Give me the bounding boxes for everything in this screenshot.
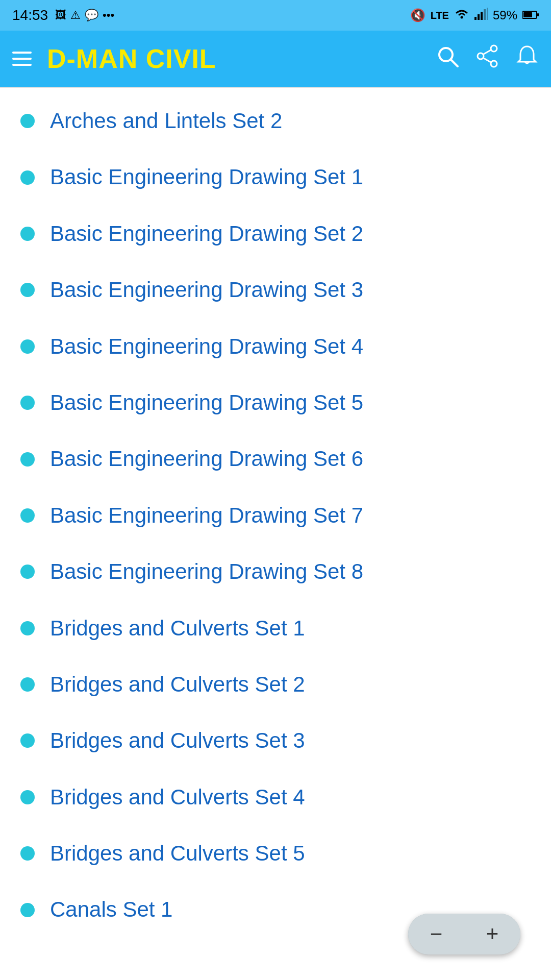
list-bullet xyxy=(20,846,35,861)
list-item[interactable]: Bridges and Culverts Set 5 xyxy=(0,825,551,881)
battery-text: 59% xyxy=(493,8,517,22)
list-item[interactable]: Basic Engineering Drawing Set 4 xyxy=(0,318,551,375)
svg-rect-5 xyxy=(487,8,488,20)
battery-icon xyxy=(522,8,539,22)
svg-rect-3 xyxy=(481,12,483,20)
svg-point-12 xyxy=(478,53,484,59)
list-item[interactable]: Basic Engineering Drawing Set 2 xyxy=(0,206,551,262)
status-left: 14:53 🖼 ⚠ 💬 ••• xyxy=(12,7,114,23)
list-item[interactable]: Basic Engineering Drawing Set 6 xyxy=(0,431,551,487)
list-item-label: Basic Engineering Drawing Set 4 xyxy=(50,334,363,359)
list-bullet xyxy=(20,733,35,748)
wifi-icon xyxy=(454,8,469,23)
list-item-label: Canals Set 1 xyxy=(50,897,172,922)
warning-icon: ⚠ xyxy=(70,9,81,22)
list-item-label: Bridges and Culverts Set 4 xyxy=(50,785,305,810)
list-item[interactable]: Basic Engineering Drawing Set 7 xyxy=(0,487,551,544)
list-bullet xyxy=(20,790,35,804)
image-icon: 🖼 xyxy=(55,9,66,22)
zoom-in-icon: + xyxy=(486,922,499,946)
zoom-out-button[interactable]: − xyxy=(408,914,464,954)
list-item-label: Arches and Lintels Set 2 xyxy=(50,108,282,134)
app-bar: D-MAN CIVIL xyxy=(0,31,551,87)
list-bullet xyxy=(20,565,35,579)
list-bullet xyxy=(20,621,35,635)
zoom-controls: − + xyxy=(408,914,520,954)
list-item[interactable]: Bridges and Culverts Set 2 xyxy=(0,656,551,713)
list-item-label: Basic Engineering Drawing Set 6 xyxy=(50,446,363,472)
list-item[interactable]: Bridges and Culverts Set 3 xyxy=(0,713,551,769)
list-item-label: Basic Engineering Drawing Set 7 xyxy=(50,503,363,528)
app-bar-actions xyxy=(436,44,539,73)
list-bullet xyxy=(20,114,35,128)
status-bar: 14:53 🖼 ⚠ 💬 ••• 🔇 LTE xyxy=(0,0,551,31)
svg-rect-4 xyxy=(484,9,486,20)
list-bullet xyxy=(20,508,35,523)
share-icon[interactable] xyxy=(475,44,499,73)
notification-icon[interactable] xyxy=(515,44,539,73)
list-bullet xyxy=(20,452,35,467)
list-bullet xyxy=(20,903,35,917)
list-item-label: Basic Engineering Drawing Set 2 xyxy=(50,221,363,247)
list-item-label: Bridges and Culverts Set 1 xyxy=(50,616,305,641)
list-bullet xyxy=(20,170,35,185)
status-time: 14:53 xyxy=(12,7,48,23)
more-icon: ••• xyxy=(103,9,114,22)
zoom-out-icon: − xyxy=(430,922,443,946)
list-item[interactable]: Bridges and Culverts Set 4 xyxy=(0,769,551,825)
list-bullet xyxy=(20,339,35,354)
list-bullet xyxy=(20,283,35,297)
svg-point-13 xyxy=(491,61,497,67)
app-title: D-MAN CIVIL xyxy=(47,43,420,74)
list-item[interactable]: Basic Engineering Drawing Set 5 xyxy=(0,375,551,431)
svg-rect-7 xyxy=(523,12,532,17)
list-item-label: Basic Engineering Drawing Set 5 xyxy=(50,390,363,415)
svg-rect-1 xyxy=(474,17,477,20)
svg-rect-8 xyxy=(537,13,539,16)
list-item[interactable]: Bridges and Culverts Set 1 xyxy=(0,600,551,656)
lte-icon: LTE xyxy=(431,10,449,21)
list-bullet xyxy=(20,396,35,410)
list-bullet xyxy=(20,227,35,241)
svg-point-11 xyxy=(491,45,497,52)
signal-icon xyxy=(474,8,488,23)
content-list: Arches and Lintels Set 2Basic Engineerin… xyxy=(0,88,551,943)
list-item[interactable]: Basic Engineering Drawing Set 3 xyxy=(0,262,551,318)
list-item[interactable]: Arches and Lintels Set 2 xyxy=(0,93,551,149)
list-item[interactable]: Basic Engineering Drawing Set 8 xyxy=(0,544,551,600)
svg-point-0 xyxy=(460,16,463,19)
list-item[interactable]: Basic Engineering Drawing Set 1 xyxy=(0,149,551,205)
svg-rect-2 xyxy=(478,14,480,20)
list-bullet xyxy=(20,677,35,692)
svg-line-15 xyxy=(484,58,491,62)
status-icons: 🖼 ⚠ 💬 ••• xyxy=(55,9,114,22)
svg-line-10 xyxy=(451,60,458,66)
mute-icon: 🔇 xyxy=(410,8,425,22)
zoom-in-button[interactable]: + xyxy=(464,914,520,954)
list-item-label: Bridges and Culverts Set 3 xyxy=(50,728,305,753)
list-item-label: Basic Engineering Drawing Set 8 xyxy=(50,559,363,584)
hamburger-menu-icon[interactable] xyxy=(12,52,32,66)
list-item-label: Basic Engineering Drawing Set 1 xyxy=(50,164,363,190)
list-item-label: Bridges and Culverts Set 5 xyxy=(50,841,305,866)
status-right: 🔇 LTE 59% xyxy=(410,8,539,23)
list-item-label: Bridges and Culverts Set 2 xyxy=(50,672,305,697)
search-icon[interactable] xyxy=(436,44,459,73)
chat-icon: 💬 xyxy=(85,9,98,22)
list-item-label: Basic Engineering Drawing Set 3 xyxy=(50,277,363,303)
svg-line-14 xyxy=(484,50,491,54)
